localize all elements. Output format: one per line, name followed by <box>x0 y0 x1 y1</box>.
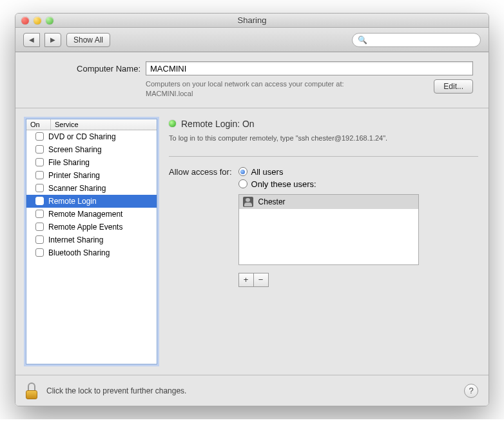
service-row[interactable]: File Sharing <box>26 156 157 169</box>
login-instruction: To log in to this computer remotely, typ… <box>169 134 478 142</box>
service-label: Screen Sharing <box>48 145 102 154</box>
service-row[interactable]: Screen Sharing <box>26 143 157 156</box>
computer-name-hint2: MACMINI.local <box>146 89 429 99</box>
search-icon: 🔍 <box>358 35 367 45</box>
service-checkbox[interactable] <box>35 248 44 257</box>
main-area: On Service DVD or CD SharingScreen Shari… <box>15 108 489 375</box>
service-row[interactable]: Scanner Sharing <box>26 182 157 195</box>
prefs-window: Sharing ◀ ▶ Show All 🔍 Computer Name: Co… <box>15 13 489 406</box>
computer-name-section: Computer Name: Computers on your local n… <box>15 52 489 108</box>
service-label: Bluetooth Sharing <box>48 248 110 257</box>
help-button[interactable]: ? <box>464 384 478 398</box>
service-label: Internet Sharing <box>48 235 103 244</box>
status-led-icon <box>169 120 176 127</box>
user-icon <box>243 197 253 207</box>
lock-text: Click the lock to prevent further change… <box>46 386 186 395</box>
service-checkbox[interactable] <box>35 171 44 179</box>
service-checkbox[interactable] <box>35 145 44 154</box>
service-label: DVD or CD Sharing <box>48 132 116 141</box>
status-title: Remote Login: On <box>181 119 255 129</box>
service-row[interactable]: Printer Sharing <box>26 169 157 182</box>
forward-icon: ▶ <box>50 36 55 43</box>
service-checkbox[interactable] <box>35 210 44 218</box>
user-name: Chester <box>258 197 286 206</box>
computer-name-field[interactable] <box>146 61 473 75</box>
search-field[interactable]: 🔍 <box>352 33 481 47</box>
service-row[interactable]: Internet Sharing <box>26 233 157 246</box>
service-label: File Sharing <box>48 158 90 167</box>
col-on: On <box>26 119 51 130</box>
service-checkbox[interactable] <box>35 158 44 166</box>
user-row[interactable]: Chester <box>239 195 418 209</box>
radio-only-users[interactable]: Only these users: <box>238 179 419 189</box>
radio-dot-icon <box>238 179 247 188</box>
back-icon: ◀ <box>29 36 34 43</box>
titlebar: Sharing <box>15 14 489 28</box>
radio-all-users[interactable]: All users <box>238 167 419 177</box>
col-service: Service <box>51 119 157 130</box>
service-detail: Remote Login: On To log in to this compu… <box>169 119 478 364</box>
service-checkbox[interactable] <box>35 197 44 205</box>
window-title: Sharing <box>15 15 489 25</box>
service-row[interactable]: DVD or CD Sharing <box>26 130 157 143</box>
search-input[interactable] <box>371 35 475 45</box>
service-label: Remote Apple Events <box>48 223 122 232</box>
service-row[interactable]: Bluetooth Sharing <box>26 246 157 259</box>
service-checkbox[interactable] <box>35 132 44 141</box>
remove-user-button[interactable]: − <box>253 273 269 287</box>
service-checkbox[interactable] <box>35 235 44 244</box>
services-header: On Service <box>26 119 157 130</box>
edit-button[interactable]: Edit... <box>434 79 473 94</box>
add-user-button[interactable]: + <box>238 273 254 287</box>
forward-button[interactable]: ▶ <box>44 33 61 47</box>
service-label: Printer Sharing <box>48 171 100 180</box>
service-label: Remote Management <box>48 210 122 219</box>
service-row[interactable]: Remote Management <box>26 208 157 221</box>
radio-all-label: All users <box>251 167 284 177</box>
radio-only-label: Only these users: <box>251 179 316 189</box>
service-checkbox[interactable] <box>35 223 44 231</box>
divider <box>169 156 478 157</box>
service-row[interactable]: Remote Login <box>26 195 157 208</box>
back-button[interactable]: ◀ <box>23 33 40 47</box>
service-label: Scanner Sharing <box>48 184 106 193</box>
access-label: Allow access for: <box>169 167 232 177</box>
users-list[interactable]: Chester <box>238 194 419 265</box>
radio-dot-icon <box>238 167 247 176</box>
service-row[interactable]: Remote Apple Events <box>26 221 157 233</box>
services-list[interactable]: On Service DVD or CD SharingScreen Shari… <box>26 119 157 364</box>
service-label: Remote Login <box>48 197 97 206</box>
computer-name-label: Computer Name: <box>57 64 141 74</box>
footer: Click the lock to prevent further change… <box>15 375 489 406</box>
show-all-button[interactable]: Show All <box>66 33 110 47</box>
lock-icon[interactable] <box>26 382 40 399</box>
toolbar: ◀ ▶ Show All 🔍 <box>15 28 489 52</box>
service-checkbox[interactable] <box>35 184 44 192</box>
computer-name-hint1: Computers on your local network can acce… <box>146 79 429 89</box>
